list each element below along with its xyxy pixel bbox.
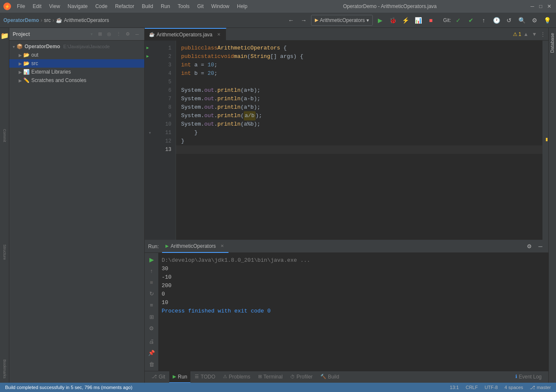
run-config-arrow: ▾: [366, 17, 369, 23]
project-tab-icon[interactable]: 📁: [0, 30, 10, 41]
tree-item-ext-libs[interactable]: ▶ 📊 External Libraries: [9, 68, 144, 76]
run-tab-arithmetic[interactable]: ▶ ArithmeticOperators ✕: [162, 240, 228, 253]
run-config-dropdown[interactable]: ▶ ArithmeticOperators ▾: [311, 15, 373, 26]
code-editor[interactable]: ▶ ▶ ▾ 1 2 3 4: [145, 41, 548, 240]
menu-window[interactable]: Window: [208, 2, 233, 11]
menu-code[interactable]: Code: [92, 2, 111, 11]
locate-file-icon[interactable]: ◎: [105, 30, 113, 38]
structure-icon[interactable]: Structure: [0, 247, 10, 258]
bottom-tab-todo[interactable]: ☰ TODO: [191, 371, 218, 383]
output-line-5: 0: [162, 290, 545, 299]
git-branch[interactable]: ⎇ master: [528, 385, 553, 390]
git-check-btn[interactable]: ✓: [453, 15, 464, 26]
run-play-btn[interactable]: ▶: [146, 255, 157, 264]
search-button[interactable]: 🔍: [516, 15, 527, 26]
debug-button[interactable]: 🐞: [387, 15, 398, 26]
tree-root[interactable]: ▾ 📦 OperatorDemo E:\Java\java\Javacode: [9, 42, 144, 51]
bookmarks-icon[interactable]: Bookmarks: [0, 364, 10, 374]
tree-item-src[interactable]: ▶ 📂 src: [9, 59, 144, 68]
bottom-tab-profiler[interactable]: ⏱ Profiler: [287, 371, 316, 383]
bottom-tab-git[interactable]: ⎇ Git: [148, 371, 168, 383]
ideafind-button[interactable]: 💡: [542, 15, 553, 26]
run-print-btn[interactable]: 🖨: [146, 337, 157, 346]
tree-settings-icon[interactable]: ⚙: [124, 30, 132, 38]
tree-minimize-icon[interactable]: ─: [133, 30, 141, 38]
settings-button[interactable]: ⚙: [529, 15, 540, 26]
run-trash-btn[interactable]: 🗑: [146, 359, 157, 369]
editor-tabs: ☕ ArithmeticOperators.java ✕ ⚠ 1 ▲ ▼ ⋮: [145, 28, 548, 41]
menu-navigate[interactable]: Navigate: [64, 2, 91, 11]
run-minimize-icon[interactable]: ─: [536, 242, 545, 251]
git-push-btn[interactable]: ↑: [478, 15, 489, 26]
more-tabs-btn[interactable]: ⋮: [539, 30, 547, 38]
window-controls[interactable]: ─ □ ✕: [529, 3, 553, 10]
run-tab-close[interactable]: ✕: [219, 243, 225, 249]
menu-git[interactable]: Git: [194, 2, 207, 11]
file-tree-controls[interactable]: ⊞ ◎ ⋮ ⚙ ─: [96, 30, 141, 38]
run-rerun-btn[interactable]: ↻: [146, 289, 157, 299]
run-pin-btn[interactable]: 📌: [146, 348, 157, 358]
collapse-all-icon[interactable]: ⊞: [96, 30, 104, 38]
todo-tab-label: TODO: [201, 374, 215, 380]
line-separator[interactable]: CRLF: [464, 385, 479, 390]
menu-file[interactable]: File: [14, 2, 28, 11]
cursor-position[interactable]: 13:1: [448, 385, 460, 390]
expand-editor-btn[interactable]: ▲: [522, 30, 530, 38]
collapse-editor-btn[interactable]: ▼: [531, 30, 538, 38]
git-history-btn[interactable]: 🕐: [491, 15, 502, 26]
git-tick-btn[interactable]: ✔: [465, 15, 476, 26]
menu-bar[interactable]: File Edit View Navigate Code Refactor Bu…: [14, 2, 251, 11]
run-stop-btn[interactable]: ■: [146, 277, 157, 287]
menu-help[interactable]: Help: [234, 2, 251, 11]
run-wrap-btn[interactable]: ≡: [146, 300, 157, 310]
git-revert-btn[interactable]: ↺: [504, 15, 515, 26]
code-lines[interactable]: public class ArithmeticOperators { publi…: [176, 41, 542, 240]
menu-refactor[interactable]: Refactor: [112, 2, 138, 11]
minimize-button[interactable]: ─: [529, 3, 536, 10]
breadcrumb-class[interactable]: ArithmeticOperators: [64, 17, 109, 23]
editor-scrollbar[interactable]: [542, 41, 548, 240]
run-settings-btn[interactable]: ⚙: [146, 323, 157, 333]
run-scroll-up-btn[interactable]: ↑: [146, 266, 157, 276]
commit-icon[interactable]: Commit: [0, 130, 10, 140]
terminal-tab-icon: ⊞: [258, 374, 262, 379]
bottom-tab-terminal[interactable]: ⊞ Terminal: [255, 371, 286, 383]
breadcrumb-src[interactable]: src: [44, 17, 51, 23]
run-button[interactable]: ▶: [374, 15, 385, 26]
bottom-tab-problems[interactable]: ⚠ Problems: [220, 371, 254, 383]
run-align-btn[interactable]: ⊞: [146, 312, 157, 321]
tree-item-scratches[interactable]: ▶ ✏️ Scratches and Consoles: [9, 76, 144, 85]
run-panel-icons[interactable]: ⚙ ─: [525, 242, 545, 251]
run-settings-icon[interactable]: ⚙: [525, 242, 534, 251]
tab-nav-buttons[interactable]: ⚠ 1 ▲ ▼ ⋮: [511, 28, 548, 40]
menu-build[interactable]: Build: [138, 2, 157, 11]
output-line-1: D:\develop\Java\jdk1.8.0_201\bin\java.ex…: [162, 256, 545, 265]
run-gutter-1[interactable]: ▶: [145, 44, 155, 52]
menu-run[interactable]: Run: [157, 2, 173, 11]
breadcrumb-project[interactable]: OperatorDemo: [3, 17, 39, 23]
file-encoding[interactable]: UTF-8: [483, 385, 499, 390]
maximize-button[interactable]: □: [537, 3, 544, 10]
close-button[interactable]: ✕: [546, 3, 553, 10]
coverage-button[interactable]: ⚡: [400, 15, 411, 26]
stop-button[interactable]: ■: [425, 15, 436, 26]
bottom-tab-run[interactable]: ▶ Run: [169, 371, 190, 383]
tab-arithmetic-operators[interactable]: ☕ ArithmeticOperators.java ✕: [145, 28, 226, 40]
database-tab[interactable]: Database: [549, 28, 556, 58]
code-line-8: System.out.println(a*b);: [176, 103, 542, 112]
breadcrumb: OperatorDemo › src › ☕ ArithmeticOperato…: [3, 17, 109, 23]
build-status[interactable]: Build completed successfully in 5 sec, 7…: [3, 385, 134, 390]
tree-item-out[interactable]: ▶ 📂 out: [9, 51, 144, 59]
menu-edit[interactable]: Edit: [29, 2, 45, 11]
indent-setting[interactable]: 4 spaces: [503, 385, 525, 390]
back-button[interactable]: ←: [286, 15, 297, 26]
menu-tools[interactable]: Tools: [174, 2, 193, 11]
bottom-tab-event-log[interactable]: ℹ Event Log: [512, 371, 545, 383]
forward-button[interactable]: →: [298, 15, 309, 26]
menu-view[interactable]: View: [46, 2, 63, 11]
bottom-tab-build[interactable]: 🔨 Build: [317, 371, 343, 383]
scroll-to-icon[interactable]: ⋮: [115, 30, 122, 38]
tab-close-button[interactable]: ✕: [216, 32, 222, 38]
profile-button[interactable]: 📊: [413, 15, 424, 26]
run-gutter-2[interactable]: ▶: [145, 52, 155, 61]
